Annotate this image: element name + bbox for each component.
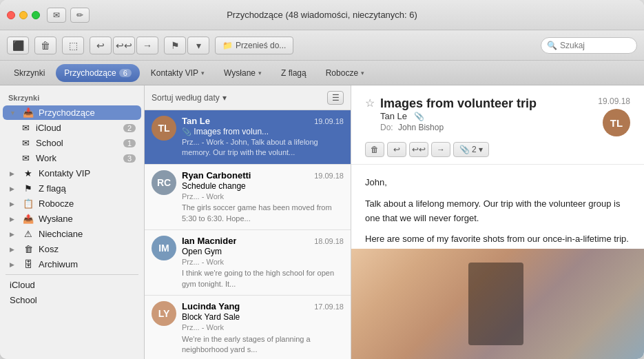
junk-group: ⬚ — [62, 37, 84, 54]
forward-button[interactable]: → — [136, 37, 158, 54]
detail-title-row: ☆ Images from volunteer trip Tan Le 📎 Do… — [365, 96, 630, 136]
detail-meta: 19.09.18 TL — [591, 96, 630, 136]
mail-window: ✉ ✏ Przychodzące (48 wiadomości, nieczyt… — [0, 0, 644, 359]
clip-icon: 📎 — [414, 112, 424, 121]
mailbox-icon-btn[interactable]: ✉ — [47, 8, 66, 23]
tab-przychodzace-label: Przychodzące — [64, 68, 116, 78]
sidebar-divider — [6, 274, 138, 275]
sidebar-item-archiwum[interactable]: ▶ 🗄 Archiwum — [3, 257, 141, 271]
email-item[interactable]: LY Lucinda Yang 17.09.18 Block Yard Sale… — [145, 296, 351, 359]
titlebar: ✉ ✏ Przychodzące (48 wiadomości, nieczyt… — [0, 0, 644, 30]
tabs-bar: Skrzynki Przychodzące 6 Kontakty VIP ▾ W… — [0, 61, 644, 85]
attach-chevron-icon: ▾ — [479, 145, 483, 154]
tab-wyslane[interactable]: Wysłane ▾ — [216, 64, 270, 82]
sidebar-item-niechciane[interactable]: ▶ ⚠ Niechciane — [3, 227, 141, 241]
filter-button[interactable]: ☰ — [327, 91, 344, 105]
detail-header: ☆ Images from volunteer trip Tan Le 📎 Do… — [351, 85, 644, 165]
sidebar-section-skrzynki: Skrzynki — [0, 88, 144, 105]
junk-icon: ⚠ — [22, 229, 34, 239]
sidebar-item-niechciane-label: Niechciane — [39, 229, 136, 239]
email-from: Ian Macnider — [182, 236, 236, 246]
compose-icon-btn[interactable]: ✏ — [70, 8, 90, 23]
flag-button[interactable]: ⚑ — [164, 37, 186, 54]
detail-body: John, Talk about a lifelong memory. Our … — [351, 165, 644, 249]
tab-robocze[interactable]: Robocze ▾ — [318, 64, 373, 82]
email-item[interactable]: IM Ian Macnider 18.09.18 Open Gym Prz...… — [145, 230, 351, 296]
detail-to: Do: John Bishop — [380, 123, 537, 132]
sidebar-item-flaga-label: Z flagą — [39, 183, 136, 194]
delete-button[interactable]: 🗑 — [34, 37, 56, 54]
detail-date: 19.09.18 — [598, 96, 630, 106]
email-body: Tan Le 19.09.18 📎 Images from volun... P… — [182, 116, 344, 158]
sidebar-item-robocze-label: Robocze — [39, 198, 136, 209]
email-item[interactable]: TL Tan Le 19.09.18 📎 Images from volun..… — [145, 110, 351, 165]
drafts-icon: 📋 — [22, 199, 34, 209]
account-school-label: School — [10, 295, 136, 305]
email-date: 19.09.18 — [314, 172, 344, 180]
email-detail: ☆ Images from volunteer trip Tan Le 📎 Do… — [351, 85, 644, 359]
detail-attachment-button[interactable]: 📎 2 ▾ — [453, 142, 489, 157]
reply-button[interactable]: ↩ — [90, 37, 112, 54]
sidebar-item-kosz-label: Kosz — [39, 244, 136, 254]
mail-icon: ✉ — [19, 154, 32, 163]
avatar: LY — [152, 301, 176, 326]
star-icon: ★ — [22, 169, 34, 178]
sort-chevron-icon: ▾ — [222, 93, 227, 103]
tab-z-flaga[interactable]: Z flagą — [273, 64, 315, 82]
sidebar-item-z-flaga[interactable]: ▶ ⚑ Z flagą — [3, 181, 141, 196]
detail-reply-all-button[interactable]: ↩↩ — [409, 142, 428, 157]
main-toolbar: ⬛ 🗑 ⬚ ↩ ↩↩ → ⚑ ▾ 📁 Przenieś do... 🔍 — [0, 30, 644, 61]
sidebar-account-school[interactable]: School — [3, 293, 141, 307]
disclosure-icon: ▶ — [10, 231, 18, 238]
mail-icon: ✉ — [19, 139, 32, 148]
reply-all-button[interactable]: ↩↩ — [113, 37, 135, 54]
junk-button[interactable]: ⬚ — [62, 37, 84, 54]
search-input[interactable] — [560, 41, 631, 50]
sidebar-item-wyslane[interactable]: ▶ 📤 Wysłane — [3, 212, 141, 226]
detail-reply-button[interactable]: ↩ — [387, 142, 406, 157]
email-body: Ian Macnider 18.09.18 Open Gym Prz... - … — [182, 236, 344, 289]
maximize-button[interactable] — [32, 11, 40, 19]
tab-przychodzace[interactable]: Przychodzące 6 — [56, 64, 139, 82]
avatar: IM — [152, 236, 176, 260]
chevron-down-icon: ▾ — [258, 70, 262, 76]
flag-dropdown[interactable]: ▾ — [187, 37, 209, 54]
sidebar-item-robocze[interactable]: ▶ 📋 Robocze — [3, 196, 141, 211]
email-preview: Prz... - Work — [182, 257, 344, 267]
sidebar-account-icloud[interactable]: iCloud — [3, 278, 141, 292]
close-button[interactable] — [7, 11, 15, 19]
sidebar-item-wyslane-label: Wysłane — [39, 214, 136, 224]
email-preview: Prz... - Work — [182, 322, 344, 333]
move-to-button[interactable]: 📁 Przenieś do... — [215, 37, 293, 54]
preview-text: - — [226, 138, 231, 146]
archive-button[interactable]: ⬛ — [7, 37, 29, 54]
work-badge: 3 — [123, 154, 136, 163]
disclosure-icon: ▼ — [10, 110, 18, 116]
detail-paragraph2: Here are some of my favorite shots from … — [365, 232, 630, 247]
sidebar-item-icloud-label: iCloud — [36, 123, 119, 133]
disclosure-icon: ▶ — [10, 246, 18, 253]
star-button[interactable]: ☆ — [365, 96, 375, 110]
detail-delete-button[interactable]: 🗑 — [365, 142, 384, 157]
main-content: Skrzynki ▼ 📥 Przychodzące ✉ iCloud 2 ✉ S… — [0, 85, 644, 359]
email-item[interactable]: RC Ryan Carbonetti 19.09.18 Schedule cha… — [145, 165, 351, 230]
sidebar-item-work[interactable]: ✉ Work 3 — [3, 151, 141, 165]
sidebar-item-school[interactable]: ✉ School 1 — [3, 136, 141, 150]
tab-z-flaga-label: Z flagą — [281, 68, 307, 78]
search-box[interactable]: 🔍 — [541, 37, 637, 54]
minimize-button[interactable] — [19, 11, 28, 19]
detail-to-name: John Bishop — [398, 123, 444, 132]
sidebar-item-kosz[interactable]: ▶ 🗑 Kosz — [3, 242, 141, 256]
icloud-badge: 2 — [123, 124, 136, 132]
detail-forward-button[interactable]: → — [431, 142, 450, 157]
email-preview: Prz... - Work - John, Talk about a lifel… — [182, 137, 344, 158]
sort-button[interactable]: Sortuj według daty ▾ — [152, 93, 227, 103]
email-date: 19.09.18 — [314, 117, 344, 125]
email-from: Tan Le — [182, 116, 210, 126]
sidebar-item-kontakty-vip[interactable]: ▶ ★ Kontakty VIP — [3, 166, 141, 181]
traffic-lights — [7, 11, 40, 19]
tab-kontakty-vip[interactable]: Kontakty VIP ▾ — [143, 64, 213, 82]
tab-skrzynki[interactable]: Skrzynki — [6, 64, 53, 82]
sidebar-item-icloud[interactable]: ✉ iCloud 2 — [3, 121, 141, 135]
sidebar-item-przychodzace[interactable]: ▼ 📥 Przychodzące — [3, 105, 141, 120]
